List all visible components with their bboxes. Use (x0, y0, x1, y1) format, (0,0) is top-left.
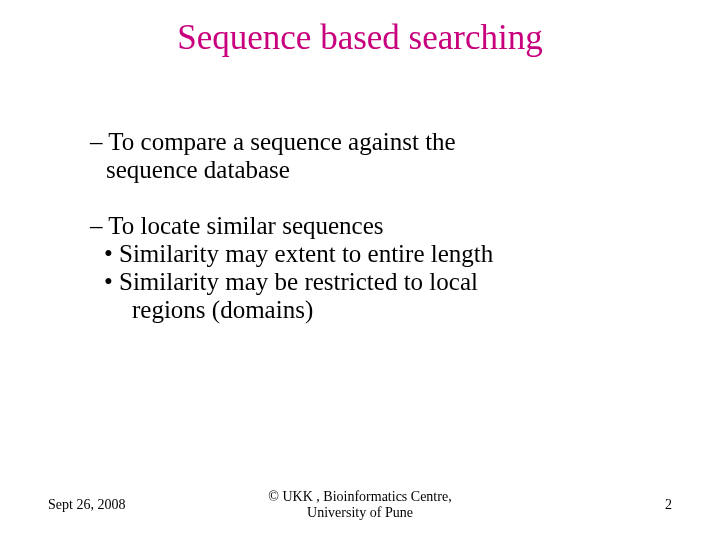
dash-item-cont: sequence database (90, 156, 650, 184)
slide-title: Sequence based searching (0, 18, 720, 58)
sub-bullet-cont: regions (domains) (90, 296, 650, 324)
footer-center: © UKK , Bioinformatics Centre, Universit… (0, 489, 720, 520)
slide-body: – To compare a sequence against the sequ… (90, 128, 650, 352)
dash-item: – To locate similar sequences (90, 212, 650, 240)
slide: Sequence based searching – To compare a … (0, 0, 720, 540)
dash-item: – To compare a sequence against the (90, 128, 650, 156)
sub-bullet: • Similarity may extent to entire length (90, 240, 650, 268)
sub-bullet: • Similarity may be restricted to local (90, 268, 650, 296)
bullet-block-1: – To compare a sequence against the sequ… (90, 128, 650, 184)
footer-copyright-line1: © UKK , Bioinformatics Centre, (0, 489, 720, 504)
footer-copyright-line2: University of Pune (0, 505, 720, 520)
footer-page-number: 2 (665, 497, 672, 512)
bullet-block-2: – To locate similar sequences • Similari… (90, 212, 650, 324)
